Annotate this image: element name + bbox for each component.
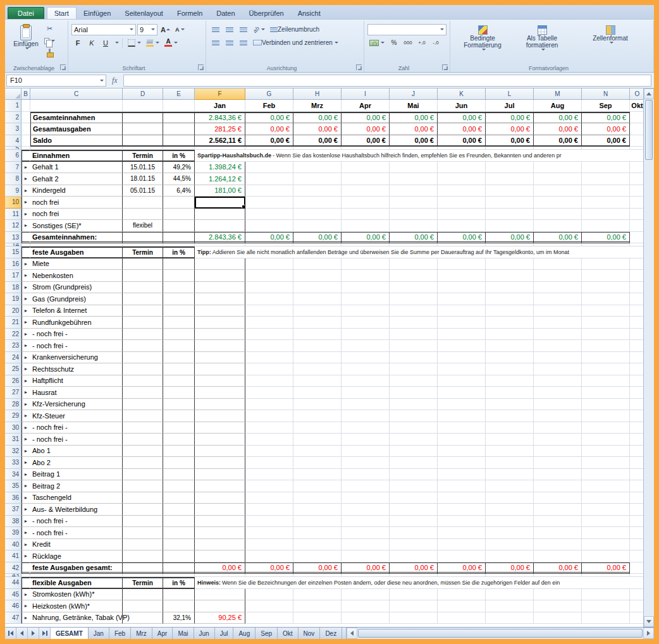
cell-K22[interactable] [438, 329, 486, 341]
cell-M41[interactable] [534, 550, 582, 562]
cell-D10[interactable] [123, 197, 163, 209]
cell-B12[interactable]: ► [22, 220, 30, 232]
cell-E47[interactable]: 32,1% [163, 612, 195, 624]
cell-F45[interactable] [195, 589, 245, 601]
cell-E31[interactable] [163, 434, 195, 446]
cell-M11[interactable] [534, 209, 582, 221]
align-center-button[interactable] [223, 37, 236, 49]
cell-styles-button[interactable]: Zellenformat [572, 23, 648, 63]
row-header-18[interactable]: 18 [5, 282, 22, 294]
cell-M20[interactable] [534, 305, 582, 317]
cell-G11[interactable] [245, 209, 293, 221]
cell-N42[interactable]: 0,00 € [582, 562, 630, 574]
cell-K10[interactable] [438, 197, 486, 209]
cell-F19[interactable] [195, 293, 245, 305]
cell-M27[interactable] [534, 387, 582, 399]
cell-M42[interactable]: 0,00 € [534, 562, 582, 574]
grow-font-button[interactable]: A [159, 23, 172, 35]
row-header-19[interactable]: 19 [5, 293, 22, 305]
row-header-3[interactable]: 3 [5, 123, 22, 135]
cell-N31[interactable] [582, 434, 630, 446]
row-header-11[interactable]: 11 [5, 209, 22, 221]
dialog-launcher-ausrichtung[interactable] [356, 64, 362, 70]
cell-H22[interactable] [293, 329, 342, 341]
cell-I32[interactable] [342, 446, 390, 458]
cell-C26[interactable]: Haftpflicht [30, 375, 123, 387]
cell-K28[interactable] [438, 399, 486, 411]
col-header-L[interactable]: L [486, 88, 534, 100]
cell-D3[interactable] [123, 123, 163, 135]
cell-C18[interactable]: Strom (Grundpreis) [30, 282, 123, 294]
cell-B22[interactable]: ► [22, 329, 30, 341]
cell-D4[interactable] [123, 135, 163, 147]
cell-E11[interactable] [163, 209, 195, 221]
cell-O9[interactable] [630, 185, 643, 197]
cell-L30[interactable] [486, 422, 534, 434]
cell-D40[interactable] [123, 539, 163, 551]
row-header-34[interactable]: 34 [5, 469, 22, 481]
cell-C40[interactable]: Kredit [30, 539, 123, 551]
cell-K32[interactable] [438, 446, 486, 458]
cell-M46[interactable] [534, 600, 582, 612]
cell-B40[interactable]: ► [22, 539, 30, 551]
col-header-E[interactable]: E [163, 88, 195, 100]
cell-D15[interactable]: Termin [123, 246, 163, 258]
cell-G23[interactable] [245, 340, 293, 352]
row-header-32[interactable]: 32 [5, 446, 22, 458]
cell-E33[interactable] [163, 457, 195, 469]
cell-O36[interactable] [630, 492, 643, 504]
cell-E7[interactable]: 49,2% [163, 162, 195, 174]
cell-L26[interactable] [486, 375, 534, 387]
cell-K33[interactable] [438, 457, 486, 469]
cell-K17[interactable] [438, 270, 486, 282]
cell-D36[interactable] [123, 492, 163, 504]
cell-D46[interactable] [123, 600, 163, 612]
cell-I3[interactable]: 0,00 € [342, 123, 390, 135]
cell-L22[interactable] [486, 329, 534, 341]
cell-K42[interactable]: 0,00 € [438, 562, 486, 574]
cell-I26[interactable] [342, 375, 390, 387]
row-header-10[interactable]: 10 [5, 197, 22, 209]
sheet-tab-nov[interactable]: Nov [299, 628, 321, 639]
cell-O46[interactable] [630, 600, 643, 612]
cell-B20[interactable]: ► [22, 305, 30, 317]
sheet-tab-mrz[interactable]: Mrz [131, 628, 152, 639]
cell-H35[interactable] [293, 480, 342, 492]
cell-H42[interactable]: 0,00 € [293, 562, 342, 574]
cell-N37[interactable] [582, 504, 630, 516]
cell-B6[interactable] [22, 150, 30, 162]
cell-I25[interactable] [342, 363, 390, 375]
cell-G34[interactable] [245, 469, 293, 481]
cell-D6[interactable]: Termin [123, 150, 163, 162]
cell-L36[interactable] [486, 492, 534, 504]
cell-K8[interactable] [438, 173, 486, 185]
cell-D32[interactable] [123, 446, 163, 458]
align-bottom-button[interactable] [237, 23, 250, 35]
sheet-tab-jun[interactable]: Jun [194, 628, 215, 639]
row-header-38[interactable]: 38 [5, 516, 22, 528]
vertical-scroll-track[interactable] [644, 161, 654, 616]
ribbon-tab-überprüfen[interactable]: Überprüfen [242, 7, 291, 19]
cell-F24[interactable] [195, 352, 245, 364]
cell-F2[interactable]: 2.843,36 € [195, 112, 245, 124]
cell-O7[interactable] [630, 162, 643, 174]
cell-J33[interactable] [390, 457, 438, 469]
first-sheet-button[interactable] [5, 628, 16, 639]
cell-L2[interactable]: 0,00 € [486, 112, 534, 124]
cell-B42[interactable] [22, 562, 30, 574]
cell-H23[interactable] [293, 340, 342, 352]
cell-I18[interactable] [342, 282, 390, 294]
cell-E37[interactable] [163, 504, 195, 516]
cell-L21[interactable] [486, 317, 534, 329]
cell-H45[interactable] [293, 589, 342, 601]
cell-K29[interactable] [438, 410, 486, 422]
cell-H11[interactable] [293, 209, 342, 221]
cell-M33[interactable] [534, 457, 582, 469]
cell-N27[interactable] [582, 387, 630, 399]
cell-I29[interactable] [342, 410, 390, 422]
cell-N7[interactable] [582, 162, 630, 174]
cell-O11[interactable] [630, 209, 643, 221]
underline-button[interactable]: U [99, 37, 112, 49]
cell-N28[interactable] [582, 399, 630, 411]
row-header-41[interactable]: 41 [5, 550, 22, 562]
